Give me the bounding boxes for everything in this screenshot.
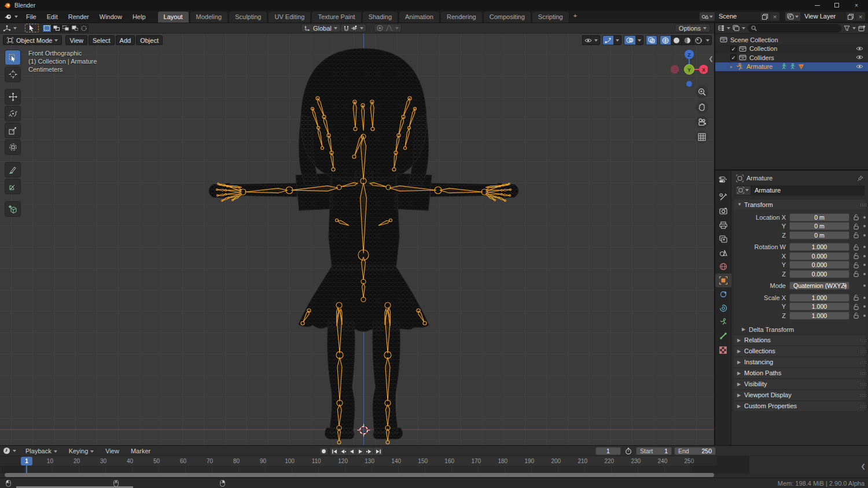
timeline-ruler[interactable]: 1020304050607080901001101201301401501601… bbox=[0, 456, 717, 467]
lock-icon[interactable] bbox=[852, 271, 860, 277]
tab-texture[interactable] bbox=[715, 343, 731, 357]
value-field[interactable]: 0 m bbox=[789, 231, 849, 239]
maximize-button[interactable] bbox=[833, 2, 840, 9]
tab-constraints[interactable] bbox=[715, 287, 731, 301]
blender-menu-button[interactable] bbox=[0, 10, 18, 23]
expand-arrow-icon[interactable]: ▸ bbox=[730, 64, 736, 69]
workspace-tab-rendering[interactable]: Rendering bbox=[440, 11, 483, 23]
select-mode-invert[interactable] bbox=[70, 24, 79, 32]
play-button[interactable] bbox=[356, 448, 365, 455]
shading-material-button[interactable] bbox=[682, 35, 693, 45]
panel-instancing[interactable]: ▶Instancing bbox=[734, 357, 866, 367]
panel-custom-properties[interactable]: ▶Custom Properties bbox=[734, 401, 866, 411]
gizmos-toggle[interactable] bbox=[602, 35, 614, 45]
shading-wireframe-button[interactable] bbox=[660, 35, 671, 45]
current-frame-field[interactable]: 1 bbox=[595, 447, 621, 455]
lock-icon[interactable] bbox=[852, 244, 860, 250]
visibility-eye-icon[interactable] bbox=[856, 54, 863, 60]
visibility-dropdown[interactable] bbox=[582, 35, 600, 45]
scene-name-field[interactable]: Scene bbox=[715, 12, 760, 21]
options-dropdown[interactable]: Options bbox=[675, 24, 711, 32]
sidebar-collapse-arrow[interactable]: ❮ bbox=[709, 56, 713, 62]
outliner-item-collection[interactable]: ✓Collection bbox=[715, 45, 868, 54]
menu-window[interactable]: Window bbox=[95, 12, 127, 21]
zoom-button[interactable] bbox=[696, 86, 708, 98]
select-mode-subtract[interactable] bbox=[61, 24, 70, 32]
play-reverse-button[interactable] bbox=[348, 448, 356, 455]
panel-motion-paths[interactable]: ▶Motion Paths bbox=[734, 368, 866, 378]
tab-world[interactable] bbox=[715, 260, 731, 273]
tool-transform[interactable] bbox=[5, 139, 21, 155]
shading-rendered-button[interactable] bbox=[693, 35, 704, 45]
view-layer-name-field[interactable]: View Layer bbox=[801, 12, 846, 21]
scene-unlink-button[interactable]: × bbox=[770, 12, 780, 21]
active-tool-select-box[interactable] bbox=[25, 24, 39, 32]
pan-hand-button[interactable] bbox=[696, 101, 708, 113]
panel-viewport-display[interactable]: ▶Viewport Display bbox=[734, 390, 866, 400]
jump-to-end-button[interactable] bbox=[374, 448, 382, 455]
tab-tool[interactable] bbox=[715, 190, 731, 204]
tool-cursor[interactable] bbox=[5, 66, 21, 82]
panel-visibility[interactable]: ▶Visibility bbox=[734, 379, 866, 389]
navigation-gizmo[interactable]: Z Y X bbox=[671, 45, 708, 89]
view-layer-remove-button[interactable]: × bbox=[856, 12, 866, 21]
properties-editor-type-dropdown[interactable] bbox=[715, 173, 731, 187]
scene-icon[interactable] bbox=[699, 12, 715, 21]
record-button[interactable] bbox=[319, 448, 328, 455]
timeline-scrollbar[interactable] bbox=[5, 473, 714, 477]
lock-icon[interactable] bbox=[852, 304, 860, 310]
timeline-collapse-arrow[interactable]: ❮ bbox=[861, 463, 866, 469]
animate-dot[interactable] bbox=[863, 225, 866, 227]
pin-icon[interactable] bbox=[857, 175, 863, 182]
timeline-menu-view[interactable]: View bbox=[101, 446, 124, 456]
outliner-filter-dropdown[interactable] bbox=[844, 25, 856, 31]
toggle-grid-button[interactable] bbox=[696, 131, 708, 143]
view-layer-icon[interactable] bbox=[785, 12, 801, 21]
workspace-tab-scripting[interactable]: Scripting bbox=[532, 11, 569, 23]
xray-toggle[interactable] bbox=[646, 35, 657, 45]
value-field[interactable]: 1.000 bbox=[789, 302, 849, 310]
scene-copy-button[interactable] bbox=[760, 12, 770, 21]
auto-keying-stopwatch-icon[interactable] bbox=[623, 448, 634, 454]
outliner-item-colliders[interactable]: ✓Colliders bbox=[715, 53, 868, 62]
editor-type-button[interactable] bbox=[3, 25, 17, 32]
tab-output[interactable] bbox=[715, 218, 731, 232]
workspace-tab-uv-editing[interactable]: UV Editing bbox=[268, 11, 311, 23]
select-mode-extend[interactable] bbox=[52, 24, 61, 32]
tab-object[interactable] bbox=[715, 273, 731, 287]
visibility-eye-icon[interactable] bbox=[856, 46, 863, 51]
value-field[interactable]: 0.000 bbox=[789, 252, 849, 260]
shading-solid-button[interactable] bbox=[671, 35, 682, 45]
snap-toggle-button[interactable] bbox=[340, 24, 366, 32]
lock-icon[interactable] bbox=[852, 223, 860, 230]
workspace-tab-texture-paint[interactable]: Texture Paint bbox=[311, 11, 361, 23]
delta-transform-subpanel[interactable]: ▶ Delta Transform bbox=[734, 325, 866, 334]
value-field[interactable]: 0.000 bbox=[789, 261, 849, 269]
viewport-menu-object[interactable]: Object bbox=[136, 35, 163, 45]
panel-relations[interactable]: ▶Relations bbox=[734, 335, 866, 345]
tool-add-cube[interactable] bbox=[5, 201, 21, 217]
tab-object-data[interactable] bbox=[715, 315, 731, 329]
tool-annotate[interactable] bbox=[5, 162, 21, 178]
lock-icon[interactable] bbox=[852, 232, 860, 238]
menu-edit[interactable]: Edit bbox=[42, 12, 62, 21]
tab-view-layer[interactable] bbox=[715, 232, 731, 246]
value-field[interactable]: 0.000 bbox=[789, 270, 849, 278]
3d-viewport[interactable]: Object Mode ViewSelectAddObject bbox=[0, 34, 714, 445]
overlays-toggle[interactable] bbox=[624, 35, 636, 45]
next-keyframe-button[interactable] bbox=[365, 448, 374, 455]
panel-collections[interactable]: ▶Collections bbox=[734, 346, 866, 356]
viewport-menu-add[interactable]: Add bbox=[116, 35, 135, 45]
panel-drag-handle[interactable] bbox=[860, 204, 862, 205]
transform-orientation-dropdown[interactable]: Global bbox=[301, 24, 341, 32]
rotation-mode-dropdown[interactable]: Quaternion (WXYZ) bbox=[789, 282, 849, 290]
outliner-display-mode-dropdown[interactable] bbox=[718, 25, 730, 31]
animate-dot[interactable] bbox=[863, 315, 866, 317]
current-frame-indicator[interactable]: 1 bbox=[21, 457, 32, 465]
menu-file[interactable]: File bbox=[21, 12, 41, 21]
transform-panel-header[interactable]: ▼ Transform bbox=[734, 199, 866, 209]
tab-bone[interactable] bbox=[715, 329, 731, 343]
proportional-editing-buttons[interactable] bbox=[374, 24, 402, 32]
close-button[interactable]: × bbox=[853, 2, 860, 9]
outliner-filter-mode-dropdown[interactable] bbox=[733, 25, 745, 31]
